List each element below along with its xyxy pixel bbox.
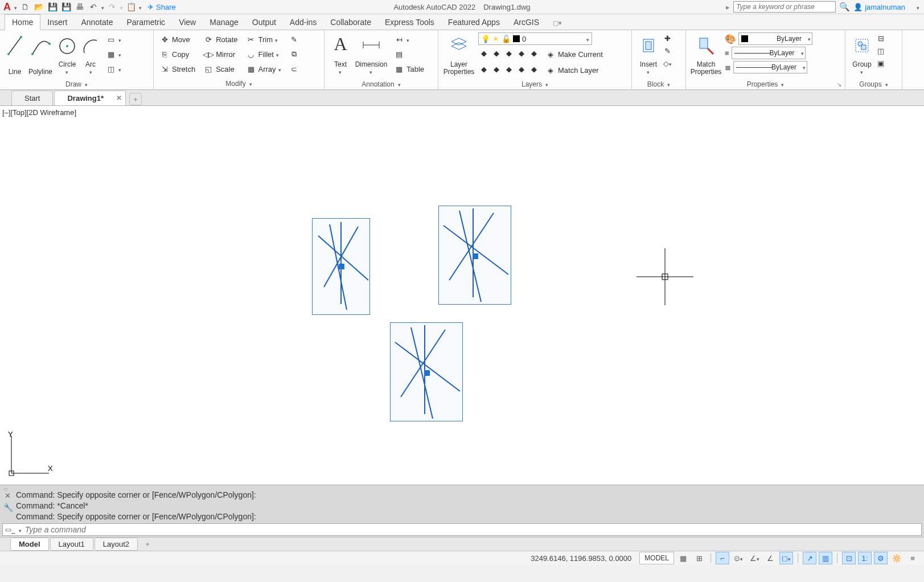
rotate-button[interactable]: ⟳Rotate <box>201 32 240 46</box>
lineweight-selector[interactable]: ByLayer <box>732 47 806 59</box>
layer-tool7-icon[interactable]: ◆ <box>491 63 502 75</box>
add-tab-button[interactable]: + <box>129 93 142 105</box>
match-layer-button[interactable]: ◈Match Layer <box>543 63 601 77</box>
polyline-button[interactable]: Polyline <box>26 32 55 77</box>
trim-button[interactable]: ✂Trim <box>244 32 284 46</box>
scale-button[interactable]: ◱Scale <box>201 62 240 76</box>
color-selector[interactable]: ByLayer <box>738 32 812 45</box>
group-button[interactable]: Group <box>849 32 875 77</box>
match-properties-button[interactable]: Match Properties <box>689 32 722 77</box>
mirror-button[interactable]: ◁▷Mirror <box>201 47 240 61</box>
block-edit-icon[interactable]: ✎ <box>662 45 673 56</box>
copy-button[interactable]: ⎘Copy <box>157 47 198 61</box>
move-button[interactable]: ✥Move <box>157 32 198 46</box>
undo-dd[interactable] <box>101 3 104 11</box>
command-input[interactable] <box>25 525 919 534</box>
clipboard-icon[interactable]: 📋 <box>125 1 137 13</box>
color-wheel-icon[interactable]: 🎨 <box>725 34 736 44</box>
doctab-start[interactable]: Start <box>11 91 53 105</box>
app-menu-dd[interactable] <box>14 3 17 11</box>
block-create-icon[interactable]: ✚ <box>662 32 673 44</box>
user-menu[interactable]: 👤 jamalnuman <box>853 3 905 11</box>
group-bbox-icon[interactable]: ▣ <box>875 58 886 69</box>
new-icon[interactable]: 🗋 <box>19 1 31 13</box>
layer-tool10-icon[interactable]: ◆ <box>528 63 540 75</box>
osnap-icon[interactable]: ◻ <box>779 552 793 564</box>
redo-dd[interactable] <box>120 3 123 11</box>
search-input[interactable] <box>733 1 836 13</box>
panel-groups-title[interactable]: Groups <box>845 79 902 89</box>
coordinates[interactable]: 3249.6146, 1196.9853, 0.0000 <box>531 554 631 563</box>
panel-properties-title[interactable]: Properties↘ <box>686 79 845 89</box>
tab-output[interactable]: Output <box>245 15 283 30</box>
layer-properties-button[interactable]: Layer Properties <box>442 32 476 77</box>
tab-collaborate[interactable]: Collaborate <box>323 15 378 30</box>
tab-featured[interactable]: Featured Apps <box>441 15 507 30</box>
doctab-drawing1[interactable]: Drawing1* ✕ <box>54 91 126 105</box>
open-icon[interactable]: 📂 <box>32 1 45 13</box>
tab-addins[interactable]: Add-ins <box>283 15 323 30</box>
panel-draw-title[interactable]: Draw <box>0 79 153 89</box>
layer-tool4-icon[interactable]: ◆ <box>516 47 527 59</box>
rectangle-button[interactable]: ▭ <box>104 32 124 46</box>
layout-tab-layout1[interactable]: Layout1 <box>50 538 93 551</box>
grid-icon[interactable]: ▦ <box>676 552 690 564</box>
tab-arcgis[interactable]: ArcGIS <box>507 15 546 30</box>
fillet-button[interactable]: ◡Fillet <box>244 47 284 61</box>
linetype-selector[interactable]: ByLayer <box>733 61 807 73</box>
tab-express[interactable]: Express Tools <box>378 15 441 30</box>
hatch-button[interactable]: ▦ <box>104 47 124 61</box>
grip-3[interactable] <box>424 370 430 376</box>
tab-insert[interactable]: Insert <box>40 15 74 30</box>
grip-2[interactable] <box>473 253 478 259</box>
redo-icon[interactable]: ↷ <box>106 1 118 13</box>
layer-tool3-icon[interactable]: ◆ <box>503 47 515 59</box>
region-button[interactable]: ◫ <box>104 62 124 76</box>
transparency-icon[interactable]: ▥ <box>819 552 832 564</box>
search-arrow-icon[interactable]: ▸ <box>726 3 730 11</box>
table-button[interactable]: ▦Table <box>392 62 426 76</box>
layer-tool5-icon[interactable]: ◆ <box>528 47 540 59</box>
layer-tool2-icon[interactable]: ◆ <box>491 47 502 59</box>
modelspace-toggle[interactable]: MODEL <box>639 552 674 564</box>
panel-annotation-title[interactable]: Annotation <box>325 79 438 89</box>
panel-block-title[interactable]: Block <box>632 79 685 89</box>
viewport-label[interactable]: [–][Top][2D Wireframe] <box>2 108 76 117</box>
ungroup-icon[interactable]: ⊟ <box>875 32 886 44</box>
customize-status-icon[interactable]: ≡ <box>906 552 919 564</box>
tab-parametric[interactable]: Parametric <box>120 15 172 30</box>
dimension-button[interactable]: Dimension <box>353 32 389 77</box>
polar-icon[interactable]: ⊙ <box>732 552 745 564</box>
text-button[interactable]: A Text <box>328 32 353 77</box>
line-button[interactable]: Line <box>3 32 26 77</box>
osnap-tracking-icon[interactable]: ∠ <box>763 552 777 564</box>
offset-button[interactable]: ⊂ <box>287 62 302 76</box>
layout-tab-layout2[interactable]: Layout2 <box>95 538 138 551</box>
command-close-icon[interactable]: ✕ <box>5 491 11 501</box>
ortho-icon[interactable]: ⌐ <box>716 552 729 564</box>
annotation-scale-icon[interactable]: 1: <box>858 552 872 564</box>
save-icon[interactable]: 💾 <box>46 1 59 13</box>
selection-cycling-icon[interactable]: ⊡ <box>842 552 856 564</box>
layer-tool9-icon[interactable]: ◆ <box>516 63 527 75</box>
saveas-icon[interactable]: 💾 <box>60 1 72 13</box>
block-attr-icon[interactable]: ◇ <box>662 58 673 69</box>
lineweight-display-icon[interactable]: ↗ <box>803 552 816 564</box>
snap-icon[interactable]: ⊞ <box>692 552 706 564</box>
tab-manage[interactable]: Manage <box>203 15 245 30</box>
annotation-monitor-icon[interactable]: 🔆 <box>890 552 904 564</box>
layer-tool6-icon[interactable]: ◆ <box>478 63 490 75</box>
layout-tab-model[interactable]: Model <box>10 538 49 551</box>
layer-tool8-icon[interactable]: ◆ <box>503 63 515 75</box>
add-layout-button[interactable]: + <box>141 538 154 550</box>
insert-button[interactable]: Insert <box>635 32 662 77</box>
tab-home[interactable]: Home <box>5 14 40 30</box>
circle-button[interactable]: Circle <box>55 32 80 77</box>
panel-layers-title[interactable]: Layers <box>438 79 631 89</box>
erase-button[interactable]: ✎ <box>287 32 302 46</box>
print-icon[interactable]: 🖶 <box>73 1 86 13</box>
array-button[interactable]: ▦Array <box>244 62 284 76</box>
workspace-icon[interactable]: ⚙ <box>874 552 888 564</box>
layer-tool1-icon[interactable]: ◆ <box>478 47 490 59</box>
share-button[interactable]: ✈ Share <box>147 3 176 11</box>
